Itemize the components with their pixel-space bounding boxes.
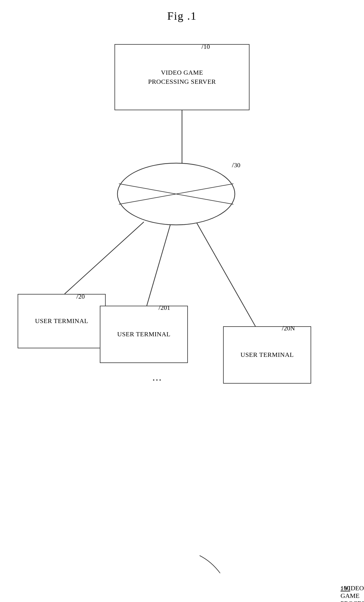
- terminal1-ref: /20: [76, 292, 85, 300]
- server-ref: /10: [201, 43, 210, 51]
- terminal2-label: USER TERMINAL: [117, 330, 171, 339]
- server-label-line1: VIDEO GAME: [148, 68, 216, 77]
- svg-line-4: [65, 222, 144, 294]
- terminal2-ref: /201: [159, 304, 170, 312]
- svg-point-1: [117, 163, 235, 225]
- terminal2-box: USER TERMINAL: [100, 306, 188, 363]
- ellipsis: ...: [153, 373, 162, 383]
- terminal1-label: USER TERMINAL: [35, 317, 88, 326]
- terminal3-label: USER TERMINAL: [240, 350, 294, 359]
- svg-line-5: [147, 225, 170, 306]
- terminal3-ref: /20N: [282, 324, 295, 332]
- svg-line-3: [119, 184, 233, 204]
- figure-title: Fig .1: [167, 9, 197, 22]
- terminal1-box: USER TERMINAL: [18, 294, 106, 348]
- server-label-line2: PROCESSING SERVER: [148, 77, 216, 86]
- caption-label: : VIDEO GAME PROCESSING SYSTEM: [341, 584, 364, 602]
- svg-line-6: [197, 223, 255, 326]
- svg-line-2: [119, 184, 233, 204]
- server-box: VIDEO GAME PROCESSING SERVER: [114, 44, 250, 110]
- network-ref: /30: [232, 161, 240, 169]
- terminal3-box: USER TERMINAL: [223, 326, 311, 384]
